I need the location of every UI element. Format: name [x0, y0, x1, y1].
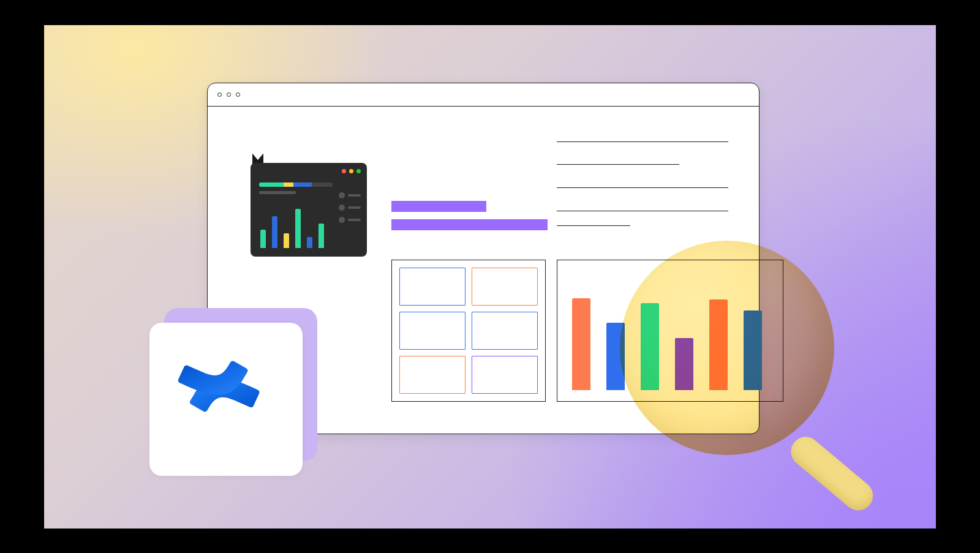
dashboard-thumbnail — [251, 163, 367, 257]
card-grid-panel — [391, 260, 546, 402]
window-control-min-icon — [227, 92, 231, 97]
chart-bar — [641, 303, 659, 390]
text-rule — [557, 225, 630, 226]
bar-chart-panel — [557, 260, 783, 402]
thumb-bar — [307, 237, 312, 248]
grid-cell — [472, 356, 538, 394]
text-rule — [557, 164, 679, 165]
grid-cell — [472, 312, 538, 350]
text-rule — [557, 211, 728, 211]
thumb-bar — [284, 233, 289, 248]
chart-bar — [744, 310, 762, 390]
grid-cell — [472, 268, 538, 306]
grid-cell — [399, 268, 466, 306]
text-rule — [557, 141, 728, 142]
window-control-max-icon — [236, 92, 240, 97]
chart-bar — [675, 338, 693, 390]
chart-bar — [709, 299, 728, 390]
grid-cell — [399, 356, 466, 394]
illustration-stage — [44, 25, 936, 529]
thumb-traffic-lights-icon — [342, 169, 361, 173]
text-highlight-line — [391, 201, 486, 212]
chart-bar — [572, 298, 590, 390]
text-highlight-line — [391, 219, 548, 230]
window-titlebar — [208, 83, 759, 107]
thumb-bar — [260, 230, 266, 248]
thumb-bar — [295, 209, 301, 248]
thumb-bar — [272, 216, 277, 248]
confluence-icon — [177, 350, 275, 448]
window-control-close-icon — [217, 92, 222, 97]
chart-bar — [606, 323, 625, 390]
grid-cell — [399, 312, 466, 350]
confluence-logo-card — [149, 323, 303, 476]
thumb-bar — [318, 224, 324, 248]
text-rule — [557, 187, 728, 188]
